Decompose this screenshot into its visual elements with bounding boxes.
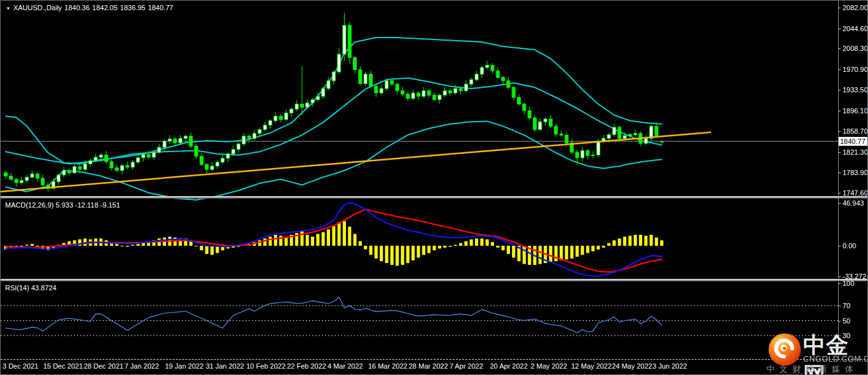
macd-histogram-bar (575, 246, 579, 257)
candle-body (105, 155, 108, 161)
time-axis-label: 7 Jan 2022 (125, 362, 159, 370)
symbol-label: XAUUSD.,Daily (13, 4, 62, 11)
price-axis-label: 2044.60 (843, 25, 868, 32)
candle-body (179, 138, 182, 143)
candle-body (316, 96, 319, 99)
macd-histogram-bar (470, 239, 473, 246)
time-axis-label: 22 Feb 2022 (287, 362, 326, 370)
time-axis-label: 20 Apr 2022 (490, 362, 528, 370)
watermark-domain: CNGOLD.COM.CN (803, 355, 868, 364)
macd-histogram-bar (369, 246, 373, 255)
macd-histogram-bar (623, 237, 626, 246)
axis-tick (838, 69, 841, 70)
candle-body (10, 176, 13, 180)
macd-histogram-bar (300, 231, 303, 246)
macd-histogram-bar (443, 246, 446, 248)
macd-axis-label: 46.943 (843, 199, 864, 207)
macd-histogram-bar (36, 246, 39, 246)
candle-body (290, 109, 293, 113)
macd-histogram-bar (427, 246, 431, 253)
macd-histogram-bar (438, 246, 441, 248)
candle-body (57, 175, 60, 181)
candle-body (459, 88, 462, 90)
time-axis-label: 19 Jan 2022 (165, 362, 204, 370)
macd-histogram-bar (210, 246, 214, 255)
chevron-down-icon[interactable]: ▼ (6, 6, 11, 11)
candle-body (253, 134, 256, 139)
candle-body (295, 104, 298, 109)
candle-body (78, 167, 81, 169)
macd-histogram-bar (126, 246, 129, 246)
macd-histogram-bar (475, 239, 478, 246)
panel-splitter-macd[interactable] (1, 196, 868, 199)
candle-body (221, 159, 224, 162)
macd-histogram-bar (200, 246, 203, 250)
candle-body (322, 88, 325, 96)
chart-canvas[interactable] (1, 1, 868, 375)
candle-body (142, 155, 145, 158)
candle-body (195, 146, 198, 157)
macd-histogram-bar (359, 241, 362, 246)
axis-tick (838, 90, 841, 90)
time-axis-label: 4 Mar 2022 (327, 362, 363, 370)
candle-body (284, 113, 287, 119)
price-axis-label: 1783.90 (843, 169, 868, 176)
candle-body (380, 88, 383, 93)
macd-histogram-bar (115, 244, 118, 246)
macd-histogram-bar (322, 232, 325, 246)
macd-histogram-bar (195, 246, 198, 246)
axis-tick (838, 283, 841, 284)
macd-histogram-bar (422, 246, 425, 255)
macd-histogram-bar (634, 235, 637, 246)
time-axis-label: 7 Apr 2022 (450, 362, 483, 370)
candle-body (406, 94, 410, 99)
candle-body (137, 158, 140, 162)
candle-body (147, 155, 150, 157)
candle-body (549, 119, 552, 126)
macd-indicator-label: MACD(12,26,9) 5.933 -12.118 -9.151 (5, 201, 120, 209)
time-axis-label: 15 Dec 2021 (43, 362, 83, 370)
candle-body (126, 166, 129, 167)
macd-histogram-bar (385, 246, 389, 263)
candle-body (258, 129, 261, 133)
candle-body (364, 74, 367, 83)
time-axis-label: 12 May 2022 (571, 362, 612, 370)
macd-histogram-bar (480, 239, 483, 246)
axis-tick (838, 246, 841, 246)
macd-histogram-bar (596, 246, 600, 250)
price-axis-label: 1896.10 (843, 107, 868, 115)
macd-histogram-bar (555, 246, 558, 261)
time-axis-label: 16 Mar 2022 (368, 362, 408, 370)
macd-histogram-bar (31, 244, 34, 246)
cngold-logo-icon (768, 332, 802, 367)
candle-body (448, 91, 451, 93)
macd-histogram-bar (644, 236, 647, 246)
candle-body (15, 180, 18, 183)
candle-body (491, 66, 494, 71)
macd-histogram-bar (539, 246, 542, 264)
candle-body (189, 136, 193, 146)
ohlc-open: 1840.36 (64, 4, 90, 11)
candle-body (115, 167, 118, 170)
macd-histogram-bar (343, 221, 346, 246)
candle-body (174, 139, 177, 143)
panel-splitter-rsi[interactable] (1, 279, 868, 281)
watermark: 中金网 CNGOLD.COM.CN 中 文 财 经 新 媒 体 (765, 330, 868, 375)
axis-tick (838, 173, 841, 173)
rsi-line (6, 297, 662, 333)
candle-body (263, 125, 266, 129)
candle-body (385, 81, 389, 88)
time-axis-label: 24 May 2022 (612, 362, 652, 370)
axis-tick (838, 306, 841, 306)
macd-histogram-bar (581, 246, 584, 255)
candle-body (534, 118, 537, 129)
macd-histogram-bar (650, 235, 653, 246)
candle-body (210, 166, 214, 169)
candle-body (618, 127, 621, 138)
macd-histogram-bar (464, 241, 467, 246)
macd-histogram-bar (205, 246, 209, 254)
macd-histogram-bar (491, 242, 494, 246)
candle-body (62, 171, 65, 175)
candle-body (454, 88, 457, 93)
candle-body (443, 91, 446, 96)
